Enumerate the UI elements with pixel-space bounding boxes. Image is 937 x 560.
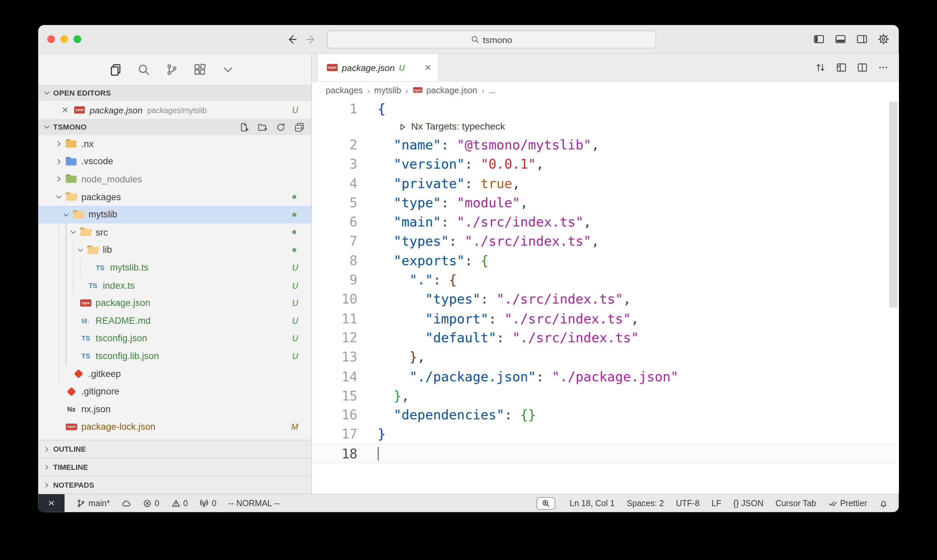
tree-item-nx-json[interactable]: Nxnx.json xyxy=(38,400,311,418)
breadcrumb-item[interactable]: mytslib xyxy=(374,86,401,95)
tree-item--vscode[interactable]: .vscode xyxy=(38,153,311,171)
collapse-all-icon[interactable] xyxy=(294,122,304,132)
tree-item-readme-md[interactable]: M↓README.mdU xyxy=(38,312,311,330)
tree-item-node-modules[interactable]: node_modules xyxy=(38,170,311,188)
code-line-18[interactable]: 18 xyxy=(312,444,899,463)
panel-left-icon[interactable] xyxy=(813,33,825,45)
status-formatter[interactable]: Prettier xyxy=(828,498,867,508)
tree-item-package-lock-json[interactable]: npmpackage-lock.jsonM xyxy=(38,418,311,436)
breadcrumb-item[interactable]: npmpackage.json xyxy=(412,86,477,95)
tree-item--gitignore[interactable]: .gitignore xyxy=(38,383,311,400)
warning-icon xyxy=(171,499,180,508)
code-line-6[interactable]: 6 "main": "./src/index.ts", xyxy=(312,212,899,232)
breadcrumb-item[interactable]: ... xyxy=(489,86,496,95)
line-number: 13 xyxy=(312,350,357,365)
tree-item-lib[interactable]: lib xyxy=(38,241,311,259)
code-line-11[interactable]: 11 "import": "./src/index.ts", xyxy=(312,309,899,328)
section-outline[interactable]: OUTLINE xyxy=(38,440,311,458)
code-line-4[interactable]: 4 "private": true, xyxy=(312,174,899,193)
status-notifications[interactable] xyxy=(879,499,888,508)
status-vim-mode[interactable]: -- NORMAL -- xyxy=(229,498,280,508)
status-remote-indicator[interactable] xyxy=(38,494,65,512)
code-line-14[interactable]: 14 "./package.json": "./package.json" xyxy=(312,367,899,386)
code-line-7[interactable]: 7 "types": "./src/index.ts", xyxy=(312,232,899,251)
extensions-icon[interactable] xyxy=(194,63,206,75)
breadcrumb-item[interactable]: packages xyxy=(326,86,363,95)
status-branch[interactable]: main* xyxy=(76,498,110,508)
git-status-badge: U xyxy=(292,334,298,343)
status-encoding[interactable]: UTF-8 xyxy=(676,498,699,508)
forward-icon[interactable] xyxy=(305,33,317,45)
tree-item-mytslib-ts[interactable]: TSmytslib.tsU xyxy=(38,259,311,277)
editor-actions xyxy=(815,54,899,82)
split-editor-icon[interactable] xyxy=(857,62,868,73)
tree-item-package-json[interactable]: npmpackage.jsonU xyxy=(38,294,311,312)
close-tab-icon[interactable] xyxy=(424,63,432,72)
status-eol[interactable]: LF xyxy=(711,498,721,508)
panel-bottom-icon[interactable] xyxy=(835,33,846,45)
status-sync[interactable] xyxy=(122,499,131,508)
tab-package-json[interactable]: npm package.json U xyxy=(317,54,438,82)
gear-icon[interactable] xyxy=(878,33,889,45)
new-file-icon[interactable] xyxy=(239,122,248,132)
twisty-spacer xyxy=(75,281,86,290)
code-line-3[interactable]: 3 "version": "0.0.1", xyxy=(312,154,899,174)
compare-icon[interactable] xyxy=(815,62,826,73)
open-editors-header[interactable]: OPEN EDITORS xyxy=(38,85,311,101)
maximize-window-button[interactable] xyxy=(73,35,81,43)
close-icon[interactable] xyxy=(61,106,69,114)
section-notepads[interactable]: NOTEPADS xyxy=(38,475,311,493)
code-line-13[interactable]: 13 }, xyxy=(312,348,899,367)
tree-item-packages[interactable]: packages xyxy=(38,188,311,206)
refresh-icon[interactable] xyxy=(276,122,285,132)
tree-item-mytslib[interactable]: mytslib xyxy=(38,206,311,223)
tree-item-label: .gitignore xyxy=(81,386,119,397)
files-icon[interactable] xyxy=(109,63,122,75)
status-indentation[interactable]: Spaces: 2 xyxy=(627,498,664,508)
tree-item--gitkeep[interactable]: .gitkeep xyxy=(38,365,311,383)
back-icon[interactable] xyxy=(286,33,298,45)
code-line-1[interactable]: 1{ xyxy=(312,99,899,118)
open-editor-item[interactable]: npm package.json packages/mytslib U xyxy=(38,101,311,119)
minimize-window-button[interactable] xyxy=(60,35,68,43)
code-line-16[interactable]: 16 "dependencies": {} xyxy=(312,406,899,425)
tree-item-src[interactable]: src xyxy=(38,223,311,241)
explorer-header[interactable]: TSMONO xyxy=(38,119,311,135)
code-line-15[interactable]: 15 }, xyxy=(312,386,899,405)
tab-git-badge: U xyxy=(399,63,405,72)
code-line-5[interactable]: 5 "type": "module", xyxy=(312,193,899,212)
close-window-button[interactable] xyxy=(47,35,55,43)
scrollbar[interactable] xyxy=(889,102,898,308)
code-line-2[interactable]: 2 "name": "@tsmono/mytslib", xyxy=(312,135,899,154)
code-line-8[interactable]: 8 "exports": { xyxy=(312,251,899,270)
status-ports[interactable]: 0 xyxy=(200,498,216,508)
tree-item-tsconfig-json[interactable]: TStsconfig.jsonU xyxy=(38,329,311,347)
status-cursor-position[interactable]: Ln 18, Col 1 xyxy=(570,498,615,508)
search-icon[interactable] xyxy=(137,63,150,75)
tree-item-tsconfig-lib-json[interactable]: TStsconfig.lib.jsonU xyxy=(38,347,311,365)
line-number: 18 xyxy=(312,446,357,461)
code-line-17[interactable]: 17} xyxy=(312,425,899,444)
chevron-down-icon[interactable] xyxy=(222,63,234,75)
status-warnings[interactable]: 0 xyxy=(171,498,188,508)
chevron-right-icon xyxy=(54,157,64,166)
code-line-9[interactable]: 9 ".": { xyxy=(312,270,899,289)
preview-icon[interactable] xyxy=(836,62,847,73)
status-cursor-tab[interactable]: Cursor Tab xyxy=(775,498,816,508)
status-errors[interactable]: 0 xyxy=(143,498,159,508)
new-folder-icon[interactable] xyxy=(257,122,267,132)
tree-item--nx[interactable]: .nx xyxy=(38,135,311,153)
tree-item-index-ts[interactable]: TSindex.tsU xyxy=(38,277,311,294)
section-timeline[interactable]: TIMELINE xyxy=(38,458,311,475)
code-editor[interactable]: 1{Nx Targets: typecheck2 "name": "@tsmon… xyxy=(312,98,899,494)
panel-right-icon[interactable] xyxy=(856,33,868,45)
status-zoom[interactable] xyxy=(537,497,555,509)
folder-icon xyxy=(86,245,99,255)
ellipsis-icon[interactable] xyxy=(878,62,889,73)
code-line-10[interactable]: 10 "types": "./src/index.ts", xyxy=(312,290,899,309)
code-line-12[interactable]: 12 "default": "./src/index.ts" xyxy=(312,328,899,347)
command-center-search[interactable]: tsmono xyxy=(327,31,656,48)
source-control-icon[interactable] xyxy=(166,63,178,75)
status-language[interactable]: {} JSON xyxy=(733,498,764,508)
codelens[interactable]: Nx Targets: typecheck xyxy=(312,118,899,135)
